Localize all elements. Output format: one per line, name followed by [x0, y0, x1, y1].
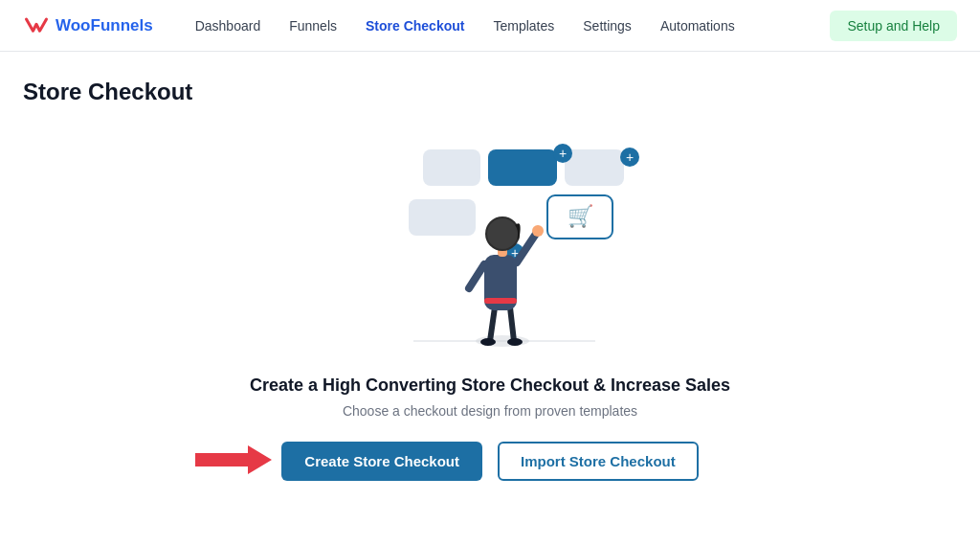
svg-point-25: [487, 218, 518, 249]
svg-rect-2: [565, 149, 624, 186]
svg-point-16: [480, 338, 496, 346]
page-header: Store Checkout: [0, 52, 980, 121]
svg-text:+: +: [559, 146, 567, 161]
nav-links: Dashboard Funnels Store Checkout Templat…: [184, 12, 831, 39]
main-content: 🛒 + + +: [0, 121, 980, 481]
svg-rect-3: [409, 199, 476, 236]
setup-help-button[interactable]: Setup and Help: [830, 11, 957, 41]
illustration: 🛒 + + +: [327, 130, 653, 360]
create-store-checkout-button[interactable]: Create Store Checkout: [281, 442, 482, 481]
svg-line-20: [469, 264, 484, 288]
svg-marker-26: [195, 445, 272, 474]
svg-point-17: [507, 338, 523, 346]
logo[interactable]: WooFunnels: [23, 12, 153, 39]
svg-text:+: +: [626, 149, 634, 165]
svg-line-15: [510, 307, 514, 341]
page-title: Store Checkout: [23, 79, 957, 105]
logo-text: WooFunnels: [56, 16, 153, 35]
content-heading: Create a High Converting Store Checkout …: [250, 375, 730, 396]
import-store-checkout-button[interactable]: Import Store Checkout: [498, 442, 699, 481]
navbar: WooFunnels Dashboard Funnels Store Check…: [0, 0, 980, 52]
arrow-indicator: [195, 445, 272, 478]
svg-text:🛒: 🛒: [568, 203, 594, 229]
cta-row: Create Store Checkout Import Store Check…: [281, 442, 698, 481]
svg-rect-19: [484, 298, 517, 304]
content-subheading: Choose a checkout design from proven tem…: [343, 403, 637, 419]
nav-dashboard[interactable]: Dashboard: [184, 12, 273, 39]
nav-automations[interactable]: Automations: [649, 12, 746, 39]
illustration-svg: 🛒 + + +: [327, 130, 653, 360]
nav-store-checkout[interactable]: Store Checkout: [354, 12, 476, 39]
svg-point-22: [532, 225, 544, 237]
logo-icon: [23, 12, 50, 39]
svg-rect-0: [423, 149, 480, 186]
nav-settings[interactable]: Settings: [571, 12, 643, 39]
svg-rect-1: [488, 149, 557, 186]
nav-templates[interactable]: Templates: [481, 12, 566, 39]
nav-funnels[interactable]: Funnels: [278, 12, 348, 39]
